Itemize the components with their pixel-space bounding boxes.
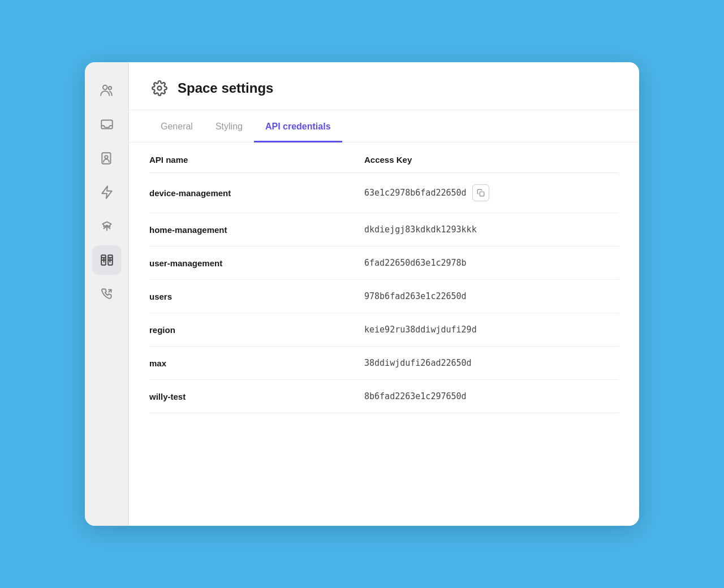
sidebar-item-lightning[interactable] xyxy=(92,178,122,207)
table-row: user-management 6fad22650d63e1c2978b xyxy=(149,247,619,280)
access-key-value: 978b6fad263e1c22650d xyxy=(364,291,467,301)
tab-styling[interactable]: Styling xyxy=(204,110,254,142)
access-key-value: 38ddiwjdufi26ad22650d xyxy=(364,358,472,368)
svg-point-0 xyxy=(102,85,107,90)
access-key-value: keie92ru38ddiwjdufi29d xyxy=(364,325,477,335)
api-credentials-table: API name Access Key device-management 63… xyxy=(129,142,639,526)
table-row: users 978b6fad263e1c22650d xyxy=(149,280,619,313)
table-row: region keie92ru38ddiwjdufi29d xyxy=(149,313,619,347)
api-name-cell: willy-test xyxy=(149,392,364,401)
tab-general[interactable]: General xyxy=(149,110,204,142)
book-icon xyxy=(100,253,114,267)
access-key-cell: 6fad22650d63e1c2978b xyxy=(364,258,619,268)
access-key-cell: 978b6fad263e1c22650d xyxy=(364,291,619,301)
page-header: Space settings xyxy=(129,62,639,110)
access-key-cell: 38ddiwjdufi26ad22650d xyxy=(364,358,619,368)
col-header-access-key: Access Key xyxy=(364,155,619,165)
sidebar-item-book[interactable] xyxy=(92,245,122,275)
sidebar-item-team[interactable] xyxy=(92,76,122,105)
phone-icon xyxy=(100,287,114,301)
lightning-icon xyxy=(100,185,114,200)
sidebar-item-inbox[interactable] xyxy=(92,110,122,139)
api-name-cell: region xyxy=(149,325,364,335)
access-key-value: 8b6fad2263e1c297650d xyxy=(364,391,467,401)
sidebar-item-contacts[interactable] xyxy=(92,144,122,173)
svg-point-4 xyxy=(105,155,107,158)
api-name-cell: user-management xyxy=(149,258,364,268)
tab-api-credentials[interactable]: API credentials xyxy=(254,110,342,142)
table-row: home-management dkdiejgj83kdkdk1293kkk xyxy=(149,213,619,247)
api-name-cell: device-management xyxy=(149,188,364,198)
page-title: Space settings xyxy=(178,80,273,96)
app-window: Space settings General Styling API crede… xyxy=(85,62,639,526)
access-key-value: dkdiejgj83kdkdk1293kkk xyxy=(364,224,477,235)
main-content: Space settings General Styling API crede… xyxy=(129,62,639,526)
access-key-cell: keie92ru38ddiwjdufi29d xyxy=(364,325,619,335)
api-name-cell: max xyxy=(149,358,364,368)
access-key-cell: dkdiejgj83kdkdk1293kkk xyxy=(364,224,619,235)
settings-icon xyxy=(149,78,170,98)
svg-rect-17 xyxy=(480,192,484,196)
access-key-cell: 63e1c2978b6fad22650d xyxy=(364,184,619,201)
table-header: API name Access Key xyxy=(149,142,619,173)
api-name-cell: home-management xyxy=(149,225,364,235)
svg-point-1 xyxy=(108,87,111,89)
sidebar-item-phone[interactable] xyxy=(92,279,122,309)
team-icon xyxy=(100,83,114,98)
access-key-value: 6fad22650d63e1c2978b xyxy=(364,258,467,268)
send-icon xyxy=(100,219,114,234)
copy-button[interactable] xyxy=(472,184,489,201)
svg-point-16 xyxy=(158,87,162,90)
table-row: willy-test 8b6fad2263e1c297650d xyxy=(149,380,619,413)
access-key-cell: 8b6fad2263e1c297650d xyxy=(364,391,619,401)
col-header-api-name: API name xyxy=(149,155,364,165)
api-name-cell: users xyxy=(149,292,364,301)
access-key-value: 63e1c2978b6fad22650d xyxy=(364,188,467,198)
table-row: max 38ddiwjdufi26ad22650d xyxy=(149,347,619,380)
sidebar xyxy=(85,62,129,526)
inbox-icon xyxy=(100,117,114,132)
contacts-icon xyxy=(100,151,114,166)
table-row: device-management 63e1c2978b6fad22650d xyxy=(149,173,619,213)
sidebar-item-send[interactable] xyxy=(92,211,122,241)
tab-bar: General Styling API credentials xyxy=(129,110,639,142)
